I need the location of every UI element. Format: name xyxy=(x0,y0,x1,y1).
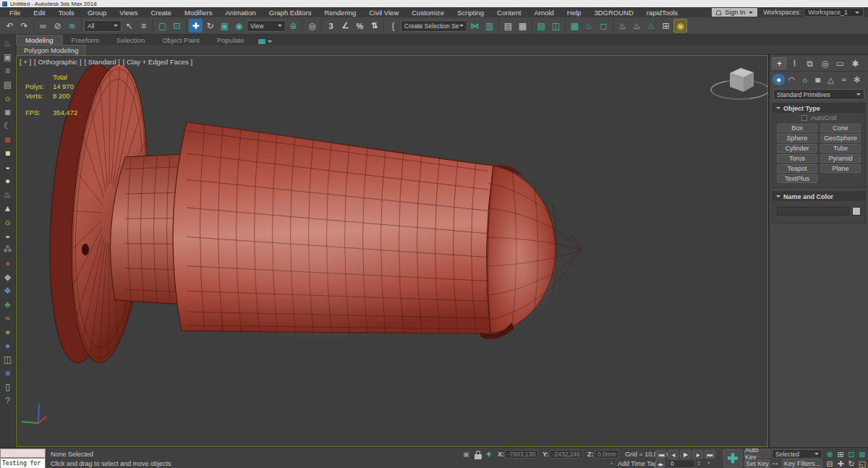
previous-frame-button[interactable]: ◀| xyxy=(668,450,678,459)
sign-in-button[interactable]: Sign In xyxy=(712,8,757,17)
add-time-tag[interactable]: Add Time Tag xyxy=(618,460,658,467)
menu-group[interactable]: Group xyxy=(81,9,113,17)
particles-icon[interactable]: ⁂ xyxy=(1,242,14,256)
ribbon-tab-selection[interactable]: Selection xyxy=(108,35,153,45)
menu-tools[interactable]: Tools xyxy=(52,9,81,17)
pan-hand-icon[interactable]: ✚ xyxy=(835,459,846,468)
tab-modify-icon[interactable]: ⌇ xyxy=(788,57,801,69)
help-icon[interactable]: ? xyxy=(1,393,14,407)
category-shapes-icon[interactable]: ◠ xyxy=(786,74,798,85)
category-spacewarps-icon[interactable]: ≈ xyxy=(838,74,850,85)
key-set-dropdown[interactable]: Selected xyxy=(772,449,822,459)
rendered-frame-window-icon[interactable]: ◻ xyxy=(597,19,610,33)
orbit-icon[interactable]: ↻ xyxy=(846,459,856,468)
viewport-visual-style-menu[interactable]: [ Standard ] xyxy=(85,58,120,66)
zoom-extents-icon[interactable]: ⊡ xyxy=(846,450,856,459)
object-name-field[interactable] xyxy=(777,207,849,216)
ribbon-tab-object-paint[interactable]: Object Paint xyxy=(153,35,208,45)
geosphere-button[interactable]: GeoSphere xyxy=(820,134,861,142)
category-systems-icon[interactable]: ✻ xyxy=(851,74,863,85)
menu-civil-view[interactable]: Civil View xyxy=(362,9,405,17)
tab-create-icon[interactable]: + xyxy=(773,57,786,69)
isolate-selection-icon[interactable]: ▣ xyxy=(463,451,469,458)
fur-hand-icon[interactable]: ≈ xyxy=(1,311,14,325)
category-cameras-icon[interactable]: ◙ xyxy=(812,74,824,85)
toggle-scene-explorer-icon[interactable]: ▤ xyxy=(501,19,515,33)
use-pivot-center-icon[interactable]: ⊕ xyxy=(286,19,300,33)
menu-edit[interactable]: Edit xyxy=(27,9,51,17)
copy-icon[interactable]: ◫ xyxy=(1,352,14,366)
curve-editor-icon[interactable]: ▤ xyxy=(535,19,548,33)
sphere-primitive-icon[interactable]: ● xyxy=(1,174,14,187)
angle-snap-icon[interactable]: ∠ xyxy=(339,19,352,33)
select-and-place-icon[interactable]: ◉ xyxy=(232,19,246,33)
teapot-blue-icon[interactable]: ♨ xyxy=(1,36,14,50)
redo-icon[interactable]: ↷ xyxy=(17,19,31,33)
material-editor-icon[interactable]: ▦ xyxy=(568,19,582,33)
mirror-icon[interactable]: ⋈ xyxy=(468,19,482,33)
rock-tan-icon[interactable]: ● xyxy=(1,325,14,339)
menu-graph-editors[interactable]: Graph Editors xyxy=(263,9,318,17)
snap-toggle-3d-icon[interactable]: 3 xyxy=(324,19,338,33)
undo-icon[interactable]: ↶ xyxy=(3,19,17,33)
gamepad-icon[interactable]: ◆ xyxy=(1,270,14,284)
render-production-icon[interactable]: ♨ xyxy=(616,19,629,33)
key-mode-toggle[interactable]: ◀▶ xyxy=(655,459,665,468)
sun-icon[interactable]: ☼ xyxy=(1,215,14,229)
rectangular-selection-region-icon[interactable]: ▢ xyxy=(156,19,169,33)
auto-key-button[interactable]: Auto Key xyxy=(744,449,770,458)
select-and-rotate-icon[interactable]: ↻ xyxy=(203,19,217,33)
next-frame-button[interactable]: |▶ xyxy=(692,450,703,459)
unlink-selection-icon[interactable]: ⊘ xyxy=(51,19,64,33)
menu-views[interactable]: Views xyxy=(113,9,144,17)
menu-scripting[interactable]: Scripting xyxy=(451,9,490,17)
activeshade-icon[interactable]: ♨ xyxy=(644,19,658,33)
cylinder-button[interactable]: Cylinder xyxy=(777,144,817,153)
frame-spinner[interactable]: ↕ xyxy=(697,459,701,467)
x-coord-field[interactable]: -7603,130 xyxy=(505,450,538,459)
menu-content[interactable]: Content xyxy=(490,9,527,17)
sphere-button[interactable]: Sphere xyxy=(777,134,817,142)
tab-motion-icon[interactable]: ◎ xyxy=(818,57,832,69)
ribbon-tab-freeform[interactable]: Freeform xyxy=(63,35,109,45)
category-helpers-icon[interactable]: △ xyxy=(825,74,837,85)
cone-primitive-icon[interactable]: ▲ xyxy=(1,201,14,215)
box-primitive-icon[interactable]: ■ xyxy=(1,146,14,160)
z-coord-field[interactable]: 0,0mm xyxy=(595,450,619,459)
list-view-icon[interactable]: ≡ xyxy=(1,64,14,77)
named-selection-set-dropdown[interactable]: Create Selection Se xyxy=(401,20,467,32)
foliage-icon[interactable]: ♣ xyxy=(1,297,14,311)
current-frame-field[interactable]: 0 xyxy=(668,459,695,468)
select-by-name-icon[interactable]: ≡ xyxy=(137,19,150,33)
select-and-move-icon[interactable]: ✚ xyxy=(189,19,203,33)
camera-light-icon[interactable]: ◙ xyxy=(1,105,14,119)
menu-help[interactable]: Help xyxy=(561,9,588,17)
list-detail-icon[interactable]: ▤ xyxy=(1,77,14,91)
go-to-start-button[interactable]: |◀◀ xyxy=(655,450,666,459)
maxscript-listener-output[interactable] xyxy=(0,448,46,458)
viewport-view-menu[interactable]: [ Orthographic ] xyxy=(34,58,81,66)
menu-modifiers[interactable]: Modifiers xyxy=(178,9,219,17)
category-geometry-icon[interactable]: ● xyxy=(773,74,785,85)
ribbon-tab-modeling[interactable]: Modeling xyxy=(16,35,63,45)
plane-button[interactable]: Plane xyxy=(820,164,861,173)
go-to-end-button[interactable]: ▶▶| xyxy=(705,450,715,459)
dome2-primitive-icon[interactable]: ◒ xyxy=(1,229,14,242)
render-setup-icon[interactable]: ♨ xyxy=(582,19,596,33)
align-icon[interactable]: ▥ xyxy=(482,19,496,33)
y-coord-field[interactable]: -2432,246 xyxy=(550,450,583,459)
spinner-snap-icon[interactable]: ⇅ xyxy=(367,19,381,33)
cone-button[interactable]: Cone xyxy=(820,124,861,132)
zoom-region-icon[interactable]: ⊟ xyxy=(825,459,835,468)
tab-utilities-icon[interactable]: ✱ xyxy=(848,57,862,69)
menu-arnold[interactable]: Arnold xyxy=(527,9,560,17)
ribbon-overflow-button[interactable] xyxy=(252,38,278,45)
tab-hierarchy-icon[interactable]: ⧉ xyxy=(803,57,817,69)
tab-display-icon[interactable]: ▭ xyxy=(833,57,847,69)
key-filters-icon[interactable]: ⊶ xyxy=(772,460,778,467)
menu-rendering[interactable]: Rendering xyxy=(318,9,362,17)
menu-file[interactable]: File xyxy=(3,9,27,17)
category-lights-icon[interactable]: ☼ xyxy=(799,74,811,85)
keyboard-shortcut-override-icon[interactable]: { xyxy=(386,19,400,33)
render-iterative-icon[interactable]: ♨ xyxy=(630,19,644,33)
